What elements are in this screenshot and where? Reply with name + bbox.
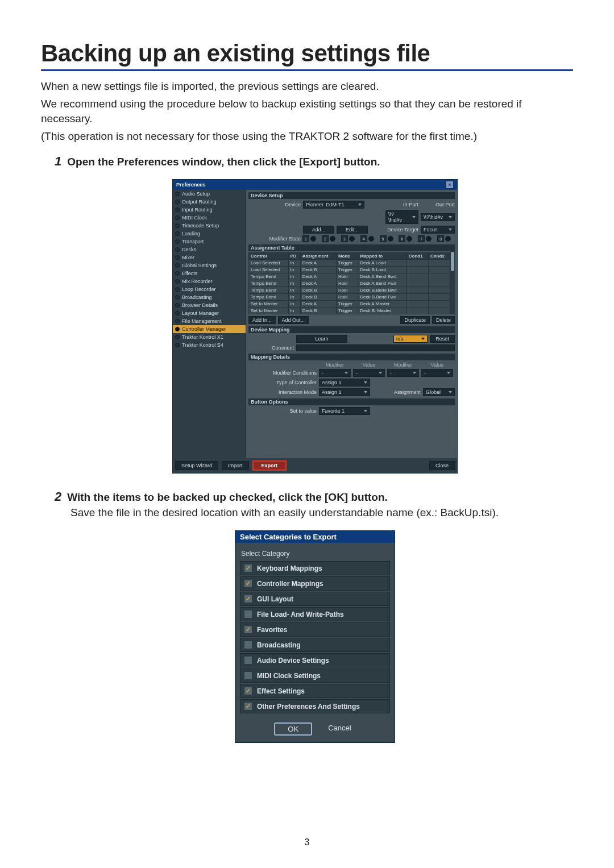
table-row[interactable]: Set to MasterInDeck ATriggerDeck A.Maste…	[249, 301, 450, 308]
type-of-controller-dropdown[interactable]: Assign 1	[319, 379, 370, 387]
sidebar-item-traktor-kontrol-s4[interactable]: Traktor Kontrol S4	[173, 341, 246, 349]
export-item-gui-layout[interactable]: ✓GUI Layout	[240, 592, 390, 606]
sidebar-item-timecode-setup[interactable]: Timecode Setup	[173, 222, 246, 230]
export-item-broadcasting[interactable]: Broadcasting	[240, 638, 390, 652]
device-dropdown[interactable]: Pioneer. DJM-T1	[303, 201, 364, 209]
assignment-scrollbar[interactable]	[450, 251, 455, 314]
interaction-mode-dropdown[interactable]: Assign 1	[319, 388, 370, 396]
export-item-effect-settings[interactable]: ✓Effect Settings	[240, 684, 390, 698]
table-row[interactable]: Set to MasterInDeck BTriggerDeck B. Mast…	[249, 308, 450, 314]
mod-cond-m1[interactable]: -	[319, 369, 351, 377]
cancel-button[interactable]: Cancel	[323, 722, 355, 736]
reset-button[interactable]: Reset	[430, 335, 455, 343]
checkbox-icon[interactable]: ✓	[244, 579, 252, 588]
mod-cond-m2[interactable]: -	[387, 369, 419, 377]
sidebar-item-transport[interactable]: Transport	[173, 238, 246, 246]
checkbox-icon[interactable]: ✓	[244, 687, 252, 695]
export-item-audio-device-settings[interactable]: Audio Device Settings	[240, 653, 390, 667]
sidebar-item-layout-manager[interactable]: Layout Manager	[173, 309, 246, 317]
device-target-dropdown[interactable]: Focus	[421, 226, 455, 234]
export-button[interactable]: Export	[252, 460, 287, 471]
label-out-port: Out-Port	[421, 202, 455, 207]
out-port-dropdown[interactable]: \\?\hid#v	[421, 213, 455, 221]
table-row[interactable]: Tempo BendInDeck BHoldDeck B.Bend Bwd	[249, 287, 450, 294]
export-item-file-load-and-write-paths[interactable]: File Load- And Write-Paths	[240, 607, 390, 621]
scrollbar-thumb[interactable]	[451, 252, 454, 271]
add-in-button[interactable]: Add In...	[248, 316, 276, 324]
table-row[interactable]: Tempo BendInDeck BHoldDeck B.Bend Fwd	[249, 294, 450, 301]
table-row[interactable]: Load SelectedInDeck BTriggerDeck B.Load	[249, 267, 450, 273]
assignment-dropdown[interactable]: Global	[423, 388, 455, 396]
sidebar-item-loading[interactable]: Loading	[173, 230, 246, 238]
checkbox-icon[interactable]: ✓	[244, 595, 252, 603]
table-row[interactable]: Load SelectedInDeck ATriggerDeck A.Load	[249, 260, 450, 267]
table-cell	[428, 280, 450, 287]
delete-button[interactable]: Delete	[432, 316, 455, 324]
sidebar-item-browser-details[interactable]: Browser Details	[173, 301, 246, 309]
sidebar-item-global-settings[interactable]: Global Settings	[173, 261, 246, 269]
intro-p1: When a new settings file is imported, th…	[41, 79, 573, 94]
table-cell: In	[288, 280, 300, 287]
export-item-other-preferences-and-settings[interactable]: ✓Other Preferences And Settings	[240, 699, 390, 713]
section-mapping-details: Mapping Details	[248, 354, 455, 360]
export-item-keyboard-mappings[interactable]: ✓Keyboard Mappings	[240, 561, 390, 575]
checkbox-icon[interactable]: ✓	[244, 564, 252, 572]
col-mapped-to: Mapped to	[358, 253, 407, 260]
close-icon[interactable]: ×	[446, 181, 454, 189]
sidebar-item-controller-manager[interactable]: Controller Manager	[173, 325, 246, 333]
in-port-dropdown[interactable]: \\?\hid#v	[385, 210, 418, 224]
sidebar-item-label: Loop Recorder	[182, 286, 216, 292]
sidebar-item-effects[interactable]: Effects	[173, 269, 246, 277]
na-dropdown[interactable]: n/a	[393, 335, 428, 343]
export-item-label: Controller Mappings	[257, 580, 323, 588]
sidebar-item-label: MIDI Clock	[182, 215, 207, 221]
table-row[interactable]: Tempo BendInDeck AHoldDeck A.Bend Fwd	[249, 280, 450, 287]
sidebar-item-audio-setup[interactable]: Audio Setup	[173, 190, 246, 198]
checkbox-icon[interactable]	[244, 671, 252, 680]
add-button[interactable]: Add...	[303, 226, 334, 234]
set-to-value-dropdown[interactable]: Favorite 1	[319, 407, 370, 415]
close-button[interactable]: Close	[429, 461, 455, 470]
ok-button[interactable]: OK	[274, 722, 312, 736]
export-item-favorites[interactable]: ✓Favorites	[240, 622, 390, 637]
sidebar-item-file-management[interactable]: File Management	[173, 317, 246, 325]
sidebar-item-traktor-kontrol-x1[interactable]: Traktor Kontrol X1	[173, 333, 246, 341]
sidebar-item-broadcasting[interactable]: Broadcasting	[173, 293, 246, 301]
mod-cond-v2[interactable]: -	[421, 369, 453, 377]
checkbox-icon[interactable]	[244, 656, 252, 665]
type-of-controller-value: Assign 1	[322, 380, 342, 385]
export-item-midi-clock-settings[interactable]: MIDI Clock Settings	[240, 668, 390, 683]
learn-button[interactable]: Learn	[296, 335, 347, 343]
sidebar-item-input-routing[interactable]: Input Routing	[173, 206, 246, 214]
table-cell: Tempo Bend	[249, 287, 289, 294]
duplicate-button[interactable]: Duplicate	[400, 316, 430, 324]
checkbox-icon[interactable]: ✓	[244, 625, 252, 634]
in-port-value: \\?\hid#v	[388, 211, 408, 223]
sidebar-item-mix-recorder[interactable]: Mix Recorder	[173, 277, 246, 285]
assignment-table: Control I/O Assignment Mode Mapped to Co…	[248, 252, 450, 314]
sidebar-item-decks[interactable]: Decks	[173, 246, 246, 254]
label-device: Device	[248, 202, 301, 207]
label-type-of-controller: Type of Controller	[248, 380, 317, 385]
table-cell	[428, 308, 450, 314]
checkbox-icon[interactable]	[244, 641, 252, 649]
add-out-button[interactable]: Add Out...	[278, 316, 309, 324]
import-button[interactable]: Import	[222, 461, 249, 470]
comment-input[interactable]	[296, 344, 455, 351]
setup-wizard-button[interactable]: Setup Wizard	[175, 461, 218, 470]
checkbox-icon[interactable]: ✓	[244, 702, 252, 711]
table-cell: Trigger	[336, 308, 358, 314]
table-row[interactable]: Tempo BendInDeck AHoldDeck A.Bend Bwd	[249, 273, 450, 280]
checkbox-icon[interactable]	[244, 610, 252, 618]
preferences-footer: Setup Wizard Import Export Close	[173, 458, 457, 473]
mod-cond-v1[interactable]: -	[353, 369, 385, 377]
sidebar-item-output-routing[interactable]: Output Routing	[173, 198, 246, 206]
table-cell	[406, 308, 428, 314]
edit-button[interactable]: Edit...	[337, 226, 368, 234]
sidebar-item-mixer[interactable]: Mixer	[173, 254, 246, 261]
sidebar-item-midi-clock[interactable]: MIDI Clock	[173, 214, 246, 222]
export-item-controller-mappings[interactable]: ✓Controller Mappings	[240, 576, 390, 591]
table-cell: Tempo Bend	[249, 280, 289, 287]
export-item-label: GUI Layout	[257, 595, 293, 603]
sidebar-item-loop-recorder[interactable]: Loop Recorder	[173, 285, 246, 293]
